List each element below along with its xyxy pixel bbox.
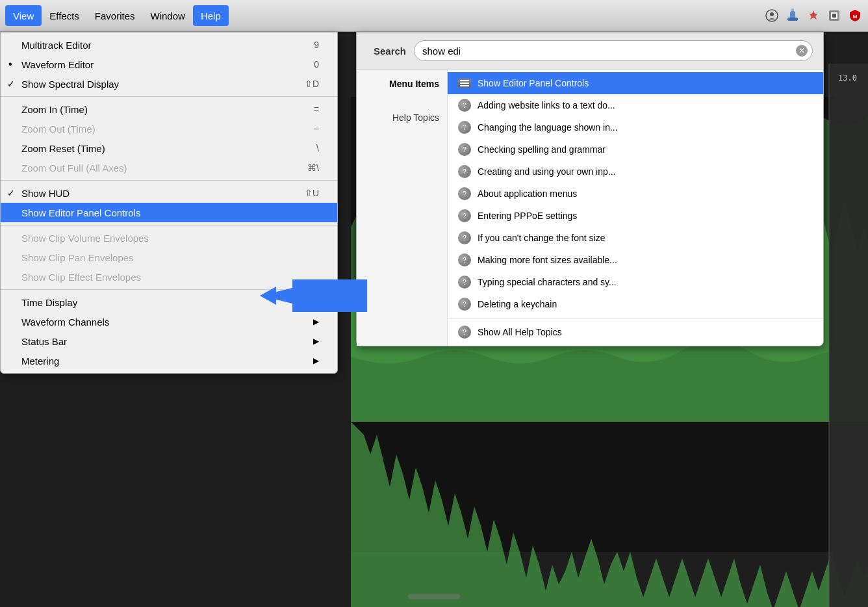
help-topic-icon-8: ?: [458, 253, 471, 266]
help-topic-item-10[interactable]: ? Deleting a keychain: [448, 293, 823, 315]
help-results-area: Menu Items Help Topics Show Editor Panel…: [357, 70, 823, 346]
menu-separator-2: [1, 180, 337, 181]
menu-item-show-hud[interactable]: ✓ Show HUD ⇧U: [1, 183, 337, 203]
menu-separator-3: [1, 225, 337, 226]
system-icon-mcafee[interactable]: M: [847, 8, 863, 23]
help-arrow-indicator: [240, 276, 370, 318]
menu-item-show-spectral-display[interactable]: ✓ Show Spectral Display ⇧D: [1, 74, 337, 94]
help-result-show-editor-panel-controls[interactable]: Show Editor Panel Controls: [448, 72, 823, 94]
system-icon-2[interactable]: [785, 8, 800, 23]
help-topic-icon-5: ?: [458, 187, 471, 200]
help-search-row: Search ✕: [357, 32, 823, 70]
help-topic-item-7[interactable]: ? If you can't change the font size: [448, 227, 823, 249]
help-topic-item-3[interactable]: ? Checking spelling and grammar: [448, 138, 823, 161]
help-topic-icon-6: ?: [458, 209, 471, 222]
help-topic-icon-10: ?: [458, 298, 471, 311]
bullet-icon: •: [8, 58, 12, 70]
help-topic-item-1[interactable]: ? Adding website links to a text do...: [448, 94, 823, 116]
help-list-separator: [448, 318, 823, 318]
svg-point-6: [770, 12, 774, 16]
svg-marker-13: [260, 287, 276, 305]
scrollbar[interactable]: [408, 594, 460, 599]
menu-item-zoom-out-full: Zoom Out Full (All Axes) ⌘\: [1, 158, 337, 177]
menubar-item-window[interactable]: Window: [143, 5, 193, 26]
menubar-item-favorites[interactable]: Favorites: [87, 5, 143, 26]
help-topic-icon-3: ?: [458, 143, 471, 156]
menubar-right-icons: M: [764, 8, 863, 23]
menubar-item-effects[interactable]: Effects: [42, 5, 87, 26]
svg-rect-11: [832, 14, 836, 18]
menu-item-show-clip-pan: Show Clip Pan Envelopes: [1, 248, 337, 267]
svg-point-8: [791, 8, 794, 11]
help-topic-icon-1: ?: [458, 99, 471, 112]
help-category-menu-items[interactable]: Menu Items: [357, 75, 447, 93]
menu-item-multitrack-editor[interactable]: Multitrack Editor 9: [1, 35, 337, 55]
menu-item-show-editor-panel-controls[interactable]: Show Editor Panel Controls: [1, 203, 337, 222]
help-items-list: Show Editor Panel Controls ? Adding webs…: [448, 70, 823, 346]
checkmark-icon: ✓: [7, 79, 15, 89]
checkmark-hud-icon: ✓: [7, 188, 15, 198]
search-clear-button[interactable]: ✕: [796, 45, 808, 57]
help-topic-show-all[interactable]: ? Show All Help Topics: [448, 321, 823, 343]
menu-separator-1: [1, 96, 337, 97]
menubar: View Effects Favorites Window Help: [0, 0, 868, 32]
help-topic-icon-4: ?: [458, 165, 471, 178]
help-topic-item-5[interactable]: ? About application menus: [448, 183, 823, 205]
search-label: Search: [367, 45, 406, 57]
menu-item-show-clip-volume: Show Clip Volume Envelopes: [1, 228, 337, 248]
menu-item-icon: [458, 77, 471, 90]
system-icon-3[interactable]: [806, 8, 821, 23]
help-topic-item-4[interactable]: ? Creating and using your own inp...: [448, 161, 823, 183]
system-icon-1[interactable]: [764, 8, 780, 23]
menu-item-waveform-editor[interactable]: • Waveform Editor 0: [1, 55, 337, 74]
help-topic-icon-2: ?: [458, 121, 471, 134]
help-topic-item-6[interactable]: ? Entering PPPoE settings: [448, 205, 823, 227]
menu-item-zoom-in-time[interactable]: Zoom In (Time) =: [1, 99, 337, 119]
help-topic-icon-7: ?: [458, 231, 471, 244]
menu-item-status-bar[interactable]: Status Bar ▶: [1, 331, 337, 351]
menubar-item-view[interactable]: View: [5, 5, 42, 26]
svg-text:M: M: [853, 14, 858, 19]
help-topic-icon-all: ?: [458, 326, 471, 339]
help-category-help-topics[interactable]: Help Topics: [357, 109, 447, 127]
help-search-input[interactable]: [414, 40, 813, 61]
system-icon-4[interactable]: [826, 8, 842, 23]
menu-item-zoom-reset-time[interactable]: Zoom Reset (Time) \: [1, 138, 337, 158]
help-topic-item-2[interactable]: ? Changing the language shown in...: [448, 116, 823, 138]
submenu-arrow-icon-2: ▶: [313, 317, 324, 326]
menubar-item-help[interactable]: Help: [193, 5, 229, 26]
help-topic-icon-9: ?: [458, 276, 471, 289]
svg-rect-7: [787, 18, 798, 21]
view-dropdown-menu: Multitrack Editor 9 • Waveform Editor 0 …: [0, 32, 338, 374]
svg-text:13.0: 13.0: [838, 73, 857, 83]
help-topic-item-9[interactable]: ? Typing special characters and sy...: [448, 271, 823, 293]
help-topic-item-8[interactable]: ? Making more font sizes available...: [448, 249, 823, 271]
svg-rect-2: [829, 64, 868, 607]
help-panel: Search ✕ Menu Items Help Topics: [356, 32, 824, 346]
search-input-wrapper: ✕: [414, 40, 813, 61]
submenu-arrow-icon-4: ▶: [313, 356, 324, 365]
help-categories-column: Menu Items Help Topics: [357, 70, 448, 346]
menu-item-zoom-out-time: Zoom Out (Time) −: [1, 119, 337, 138]
menu-item-metering[interactable]: Metering ▶: [1, 351, 337, 370]
submenu-arrow-icon-3: ▶: [313, 337, 324, 346]
